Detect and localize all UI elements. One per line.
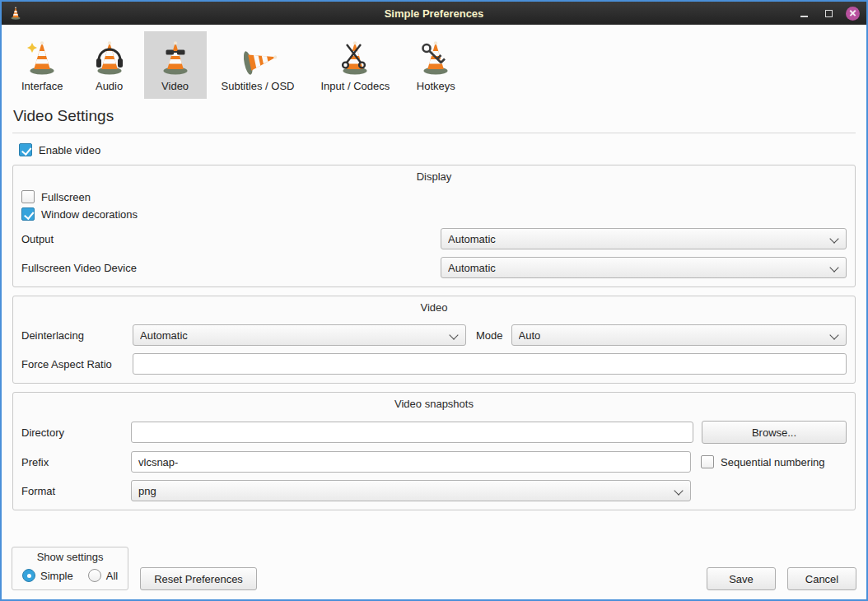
fullscreen-label: Fullscreen (41, 191, 91, 203)
mode-select[interactable]: Auto (511, 324, 847, 346)
format-select[interactable]: png (131, 480, 691, 501)
all-radio-label: All (106, 570, 118, 582)
deinterlacing-label: Deinterlacing (21, 329, 133, 342)
input-codecs-scissors-cone-icon (335, 38, 375, 77)
tab-label-video: Video (161, 80, 189, 92)
sequential-numbering-row: Sequential numbering (701, 455, 824, 468)
minimize-icon (800, 16, 808, 17)
audio-headphones-cone-icon (90, 38, 129, 77)
all-radio[interactable] (88, 569, 101, 582)
restore-button[interactable] (821, 6, 836, 21)
fullscreen-video-device-row: Fullscreen Video Device Automatic (21, 257, 847, 278)
page-title: Video Settings (13, 107, 856, 125)
enable-video-checkbox[interactable] (19, 143, 32, 156)
enable-video-label: Enable video (39, 144, 100, 156)
titlebar[interactable]: Simple Preferences (2, 2, 866, 25)
deinterlacing-select[interactable]: Automatic (133, 324, 466, 346)
format-label: Format (21, 485, 131, 497)
fullscreen-checkbox[interactable] (21, 190, 35, 203)
deinterlacing-select-value: Automatic (140, 329, 188, 342)
save-button[interactable]: Save (707, 567, 776, 590)
show-settings-options: Simple All (22, 569, 118, 582)
tab-subtitles-osd[interactable]: Subtitles / OSD (210, 31, 306, 99)
fullscreen-row: Fullscreen (21, 190, 847, 203)
tab-label-interface: Interface (21, 80, 63, 92)
prefix-label: Prefix (21, 456, 131, 468)
sequential-numbering-checkbox[interactable] (701, 455, 714, 468)
tab-video[interactable]: Video (144, 31, 207, 99)
simple-radio[interactable] (22, 569, 35, 582)
preferences-window: Simple Preferences Interface (0, 0, 868, 601)
directory-row: Directory Browse... (21, 421, 847, 444)
sequential-numbering-label: Sequential numbering (721, 456, 824, 468)
force-aspect-ratio-row: Force Aspect Ratio (21, 353, 847, 375)
window-decorations-label: Window decorations (41, 208, 138, 221)
category-toolbar: Interface Audio Video Subt (2, 25, 866, 99)
display-group-title: Display (21, 169, 847, 186)
show-settings-group: Show settings Simple All (12, 547, 128, 590)
enable-video-row: Enable video (19, 143, 856, 156)
tab-label-audio: Audio (96, 80, 123, 92)
video-snapshots-group-title: Video snapshots (21, 396, 847, 413)
minimize-button[interactable] (796, 6, 811, 21)
deinterlacing-row: Deinterlacing Automatic Mode Auto (21, 324, 847, 346)
tab-hotkeys[interactable]: Hotkeys (404, 31, 467, 99)
video-snapshots-group: Video snapshots Directory Browse... Pref… (12, 392, 856, 510)
prefix-row: Prefix Sequential numbering (21, 451, 847, 473)
fullscreen-video-device-label: Fullscreen Video Device (21, 262, 137, 274)
format-row: Format png (21, 480, 847, 501)
tab-label-subtitles: Subtitles / OSD (222, 80, 295, 92)
mode-label: Mode (476, 329, 503, 342)
footer: Show settings Simple All Reset Preferenc… (2, 547, 866, 599)
mode-select-value: Auto (519, 329, 541, 342)
fullscreen-video-device-select-value: Automatic (448, 262, 496, 274)
display-group: Display Fullscreen Window decorations Ou… (12, 165, 856, 287)
directory-label: Directory (21, 426, 131, 439)
title-divider (12, 133, 856, 133)
window-controls (796, 6, 860, 21)
output-label: Output (21, 233, 54, 245)
output-select-value: Automatic (448, 233, 496, 245)
subtitles-fallen-cone-icon (238, 38, 278, 77)
simple-radio-label: Simple (40, 570, 73, 582)
output-row: Output Automatic (21, 228, 847, 249)
restore-icon (825, 10, 833, 17)
show-settings-title: Show settings (22, 549, 118, 569)
reset-preferences-button[interactable]: Reset Preferences (140, 567, 257, 590)
tab-interface[interactable]: Interface (10, 31, 75, 99)
force-aspect-ratio-label: Force Aspect Ratio (21, 358, 133, 370)
video-group-title: Video (21, 300, 847, 317)
settings-panel: Video Settings Enable video Display Full… (2, 99, 866, 547)
video-group: Video Deinterlacing Automatic Mode Auto … (12, 296, 856, 384)
force-aspect-ratio-input[interactable] (133, 353, 847, 375)
tab-label-input-codecs: Input / Codecs (320, 80, 390, 92)
output-select[interactable]: Automatic (441, 228, 847, 249)
browse-button[interactable]: Browse... (702, 421, 847, 444)
fullscreen-video-device-select[interactable]: Automatic (441, 257, 847, 278)
hotkeys-key-cone-icon (416, 38, 455, 77)
video-cone-icon (156, 38, 195, 77)
prefix-input[interactable] (131, 451, 691, 473)
directory-input[interactable] (131, 422, 693, 443)
close-button[interactable] (846, 7, 860, 21)
tab-input-codecs[interactable]: Input / Codecs (309, 31, 401, 99)
window-title: Simple Preferences (2, 7, 866, 20)
cancel-button[interactable]: Cancel (787, 567, 856, 590)
tab-audio[interactable]: Audio (78, 31, 141, 99)
window-decorations-row: Window decorations (21, 207, 847, 221)
format-select-value: png (138, 485, 156, 497)
window-decorations-checkbox[interactable] (21, 207, 35, 221)
interface-cone-icon (22, 38, 62, 77)
tab-label-hotkeys: Hotkeys (417, 80, 455, 92)
